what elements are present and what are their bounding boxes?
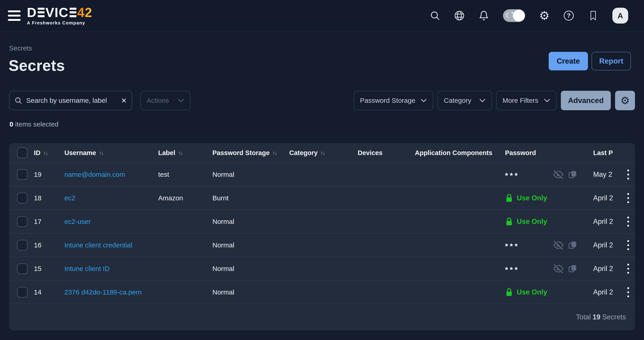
copy-icon[interactable]: [568, 264, 577, 273]
last-change-date: April 2: [593, 241, 613, 249]
logo-e-icon: [38, 8, 44, 17]
last-change-date: April 2: [593, 265, 613, 273]
breadcrumb[interactable]: Secrets: [9, 44, 32, 52]
last-change-date: May 2: [593, 171, 612, 179]
top-navigation-bar: D VIC 42 A Freshworks Company ☾ ✦ ✦ ⚙ ? …: [0, 0, 644, 32]
select-all-checkbox[interactable]: [17, 147, 28, 158]
use-only-badge: Use Only: [505, 217, 547, 226]
secret-username-link[interactable]: ec2-user: [64, 218, 91, 226]
lock-icon: [505, 217, 513, 226]
search-icon[interactable]: [430, 11, 440, 21]
filter-category-dropdown[interactable]: Category: [438, 91, 492, 110]
eye-off-icon[interactable]: [554, 169, 563, 180]
row-checkbox[interactable]: [17, 240, 28, 251]
sort-icon[interactable]: ↑↓: [178, 150, 182, 156]
eye-off-icon[interactable]: [554, 264, 563, 274]
secrets-table: ID↑↓ Username↑↓ Label↑↓ Password Storage…: [9, 143, 635, 330]
report-button[interactable]: Report: [592, 52, 631, 70]
table-row: 18 ec2 Amazon Burnt Use Only April 2: [9, 186, 635, 210]
password-cell: Use Only: [505, 287, 593, 297]
lock-icon: [505, 193, 513, 203]
secret-username-link[interactable]: ec2: [64, 194, 75, 202]
row-actions-kebab[interactable]: [626, 262, 630, 275]
chevron-down-icon: [479, 98, 486, 103]
row-checkbox[interactable]: [17, 263, 28, 274]
secret-storage: Normal: [212, 241, 289, 249]
toggle-knob: [513, 10, 525, 22]
bookmark-icon[interactable]: [588, 11, 598, 21]
secret-storage: Normal: [212, 288, 289, 296]
sort-icon[interactable]: ↑↓: [99, 150, 103, 156]
secret-label: test: [158, 171, 212, 178]
secret-username-link[interactable]: Intune client credential: [64, 241, 132, 249]
selected-count: 0: [10, 120, 13, 128]
dark-mode-toggle[interactable]: ☾ ✦ ✦: [503, 9, 525, 22]
logo-text: VIC: [46, 6, 69, 19]
selected-text: items selected: [15, 120, 58, 128]
secret-id: 15: [34, 265, 64, 273]
logo-42: 42: [77, 6, 92, 19]
notifications-bell-icon[interactable]: [478, 11, 489, 21]
settings-gear-icon[interactable]: ⚙: [539, 11, 550, 21]
password-cell: Use Only: [505, 193, 593, 203]
logo-e-icon: [70, 8, 76, 17]
clear-search-icon[interactable]: ✕: [121, 97, 127, 105]
row-checkbox[interactable]: [17, 169, 28, 180]
secret-username-link[interactable]: Intune client ID: [64, 265, 110, 273]
secret-id: 17: [34, 218, 64, 226]
user-avatar[interactable]: A: [612, 8, 628, 24]
password-cell: ***: [505, 169, 593, 180]
toolbar: ✕ Actions Password Storage Category More…: [9, 91, 635, 110]
actions-dropdown[interactable]: Actions: [140, 91, 190, 110]
masked-password: ***: [505, 240, 520, 251]
help-icon[interactable]: ?: [564, 11, 574, 21]
hamburger-menu-icon[interactable]: [8, 11, 20, 21]
masked-password: ***: [505, 263, 520, 274]
eye-off-icon[interactable]: [554, 240, 563, 250]
table-row: 15 Intune client ID Normal *** April 2: [9, 257, 635, 280]
row-actions-kebab[interactable]: [626, 192, 630, 204]
row-checkbox[interactable]: [17, 287, 28, 298]
row-checkbox[interactable]: [17, 216, 28, 227]
globe-language-icon[interactable]: [454, 11, 464, 21]
gear-icon: ⚙: [620, 95, 630, 106]
sort-icon[interactable]: ↑↓: [272, 150, 276, 156]
secret-username-link[interactable]: name@domain.com: [64, 171, 125, 178]
chevron-down-icon: [420, 98, 427, 103]
total-count: 19: [592, 313, 600, 321]
copy-icon[interactable]: [568, 240, 577, 250]
chevron-down-icon: [178, 98, 184, 103]
search-input[interactable]: [26, 97, 117, 104]
secret-id: 18: [34, 194, 64, 202]
filter-password-storage-dropdown[interactable]: Password Storage: [354, 91, 433, 110]
table-footer: Total19Secrets: [9, 304, 635, 330]
logo-tagline: A Freshworks Company: [27, 20, 92, 26]
actions-label: Actions: [147, 97, 169, 104]
row-actions-kebab[interactable]: [626, 286, 630, 299]
copy-icon[interactable]: [568, 170, 577, 179]
table-row: 17 ec2-user Normal Use Only April 2: [9, 210, 635, 233]
sort-icon[interactable]: ↑↓: [43, 150, 48, 156]
password-cell: ***: [505, 240, 593, 251]
table-row: 14 2376 d42do-1189-ca.pem Normal Use Onl…: [9, 280, 635, 304]
lock-icon: [505, 287, 513, 297]
create-button[interactable]: Create: [549, 52, 588, 70]
secret-username-link[interactable]: 2376 d42do-1189-ca.pem: [64, 288, 142, 296]
use-only-badge: Use Only: [505, 193, 547, 203]
row-actions-kebab[interactable]: [626, 215, 630, 228]
table-settings-button[interactable]: ⚙: [615, 91, 635, 110]
secret-label: Amazon: [158, 194, 212, 202]
row-actions-kebab[interactable]: [626, 239, 630, 251]
secret-id: 19: [34, 171, 64, 178]
last-change-date: April 2: [593, 194, 613, 202]
row-actions-kebab[interactable]: [626, 168, 630, 181]
more-filters-dropdown[interactable]: More Filters: [496, 91, 556, 110]
row-checkbox[interactable]: [17, 193, 28, 204]
selection-status: 0 items selected: [10, 120, 58, 128]
table-row: 16 Intune client credential Normal *** A…: [9, 233, 635, 257]
password-cell: Use Only: [505, 217, 593, 226]
search-box[interactable]: ✕: [9, 91, 132, 110]
advanced-button[interactable]: Advanced: [561, 91, 611, 110]
secret-id: 14: [34, 288, 64, 296]
sort-icon[interactable]: ↑↓: [320, 150, 325, 156]
